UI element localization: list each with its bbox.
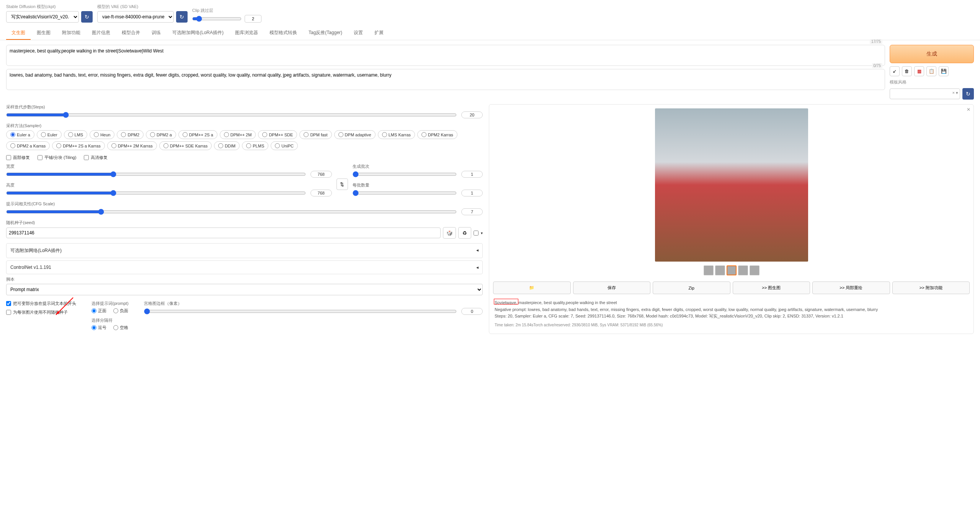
sampler-ddim[interactable] (218, 143, 223, 148)
style-select[interactable]: × ▾ (890, 88, 960, 99)
positive-prompt[interactable]: masterpiece, best quality,people walking… (7, 45, 885, 64)
tab-extras[interactable]: 附加功能 (57, 26, 86, 40)
pos-token-count: 17/75 (870, 39, 882, 44)
height-value[interactable]: 768 (310, 190, 332, 196)
seed-extra-check[interactable] (474, 231, 479, 236)
tab-browser[interactable]: 图库浏览器 (230, 26, 263, 40)
radio-space[interactable] (113, 325, 118, 330)
model-select[interactable]: 写实\realisticVisionV20_v20.safetensors [c… (6, 11, 79, 23)
tab-convert[interactable]: 模型格式转换 (264, 26, 302, 40)
steps-slider[interactable] (6, 112, 457, 118)
radio-positive[interactable] (91, 308, 96, 313)
thumb-4[interactable] (738, 265, 748, 275)
width-slider[interactable] (6, 171, 306, 177)
fill-icon[interactable]: ▦ (914, 66, 924, 76)
sampler-dpmpp2sak[interactable] (56, 143, 61, 148)
sampler-lmsk[interactable] (382, 132, 387, 137)
sampler-dpmpp2m[interactable] (224, 132, 229, 137)
sampler-dpm2[interactable] (121, 132, 126, 137)
batch-size-value[interactable]: 1 (461, 190, 483, 196)
style-label: 模板风格 (890, 79, 974, 85)
tab-lora[interactable]: 可选附加网络(LoRA插件) (167, 26, 229, 40)
tab-merge[interactable]: 模型合并 (116, 26, 145, 40)
matrix-check2[interactable] (6, 310, 11, 315)
radio-comma[interactable] (91, 325, 96, 330)
clip-value[interactable] (245, 15, 261, 23)
dice-icon[interactable]: 🎲 (443, 227, 456, 239)
generation-info: Sovietwave, masterpiece, best quality,pe… (493, 298, 970, 330)
sampler-dpm2a[interactable] (150, 132, 155, 137)
batch-count-slider[interactable] (353, 171, 457, 177)
select-sep-label: 选择分隔符 (91, 318, 129, 323)
sampler-dpmppsdek[interactable] (163, 143, 168, 148)
send-inpaint-button[interactable]: >> 局部重绘 (812, 282, 890, 294)
sampler-dpmppsde[interactable] (262, 132, 267, 137)
batch-count-value[interactable]: 1 (461, 171, 483, 178)
vae-label: 模型的 VAE (SD VAE) (97, 4, 188, 10)
sampler-dpm2k[interactable] (421, 132, 426, 137)
sampler-dpmpp2sa[interactable] (183, 132, 188, 137)
tab-pnginfo[interactable]: 图片信息 (87, 26, 116, 40)
cfg-slider[interactable] (6, 209, 457, 215)
sampler-dpmfast[interactable] (304, 132, 309, 137)
script-label: 脚本 (6, 277, 483, 282)
sampler-unipc[interactable] (275, 143, 280, 148)
sampler-euler-a[interactable] (10, 132, 15, 137)
batch-size-slider[interactable] (353, 190, 457, 196)
tab-train[interactable]: 训练 (146, 26, 166, 40)
tab-img2img[interactable]: 图生图 (31, 26, 56, 40)
height-slider[interactable] (6, 190, 306, 196)
width-label: 宽度 (6, 164, 332, 169)
generate-button[interactable]: 生成 (890, 45, 974, 63)
clipboard-icon[interactable]: 📋 (926, 66, 936, 76)
sampler-dpmadaptive[interactable] (338, 132, 343, 137)
tab-tagger[interactable]: Tag反推(Tagger) (303, 26, 348, 40)
sampler-dpmpp2mk[interactable] (111, 143, 116, 148)
face-restore-check[interactable] (6, 155, 11, 160)
width-value[interactable]: 768 (310, 171, 332, 178)
send-extras-button[interactable]: >> 附加功能 (892, 282, 970, 294)
zip-button[interactable]: Zip (653, 282, 730, 294)
tab-txt2img[interactable]: 文生图 (6, 26, 31, 40)
negative-prompt[interactable]: lowres, bad anatomy, bad hands, text, er… (7, 69, 885, 88)
swap-dims-icon[interactable]: ⇅ (336, 178, 348, 190)
refresh-vae-icon[interactable]: ↻ (176, 11, 188, 23)
tab-settings[interactable]: 设置 (348, 26, 368, 40)
close-icon[interactable]: ✕ (967, 107, 970, 112)
folder-button[interactable]: 📁 (493, 282, 571, 294)
clip-slider[interactable] (192, 16, 242, 22)
controlnet-accordion[interactable]: ControlNet v1.1.191◂ (6, 260, 483, 274)
sampler-lms[interactable] (68, 132, 73, 137)
radio-negative[interactable] (113, 308, 118, 313)
sampler-dpm2ak[interactable] (10, 143, 15, 148)
tiling-check[interactable] (38, 155, 42, 160)
sampler-plms[interactable] (246, 143, 251, 148)
thumb-3[interactable] (727, 265, 737, 275)
save-button[interactable]: 保存 (573, 282, 651, 294)
recycle-icon[interactable]: ♻ (458, 227, 471, 239)
thumb-2[interactable] (715, 265, 725, 275)
refresh-style-icon[interactable]: ↻ (962, 88, 974, 100)
cfg-value[interactable]: 7 (461, 208, 483, 215)
paint-icon[interactable]: ↙ (890, 66, 900, 76)
batch-size-label: 每批数量 (353, 182, 483, 188)
tab-extensions[interactable]: 扩展 (369, 26, 389, 40)
vae-select[interactable]: vae-ft-mse-840000-ema-pruned.safetensors (97, 11, 174, 23)
lora-accordion[interactable]: 可选附加网络(LoRA插件)◂ (6, 243, 483, 258)
output-image[interactable] (655, 108, 808, 262)
save-icon[interactable]: 💾 (939, 66, 949, 76)
margin-value[interactable]: 0 (461, 308, 483, 315)
sampler-heun[interactable] (94, 132, 99, 137)
script-select[interactable]: Prompt matrix (6, 284, 483, 295)
matrix-check1[interactable] (6, 301, 11, 306)
refresh-model-icon[interactable]: ↻ (81, 11, 93, 23)
send-img2img-button[interactable]: >> 图生图 (733, 282, 810, 294)
trash-icon[interactable]: 🗑 (902, 66, 912, 76)
hires-check[interactable] (84, 155, 89, 160)
seed-input[interactable] (6, 227, 441, 238)
thumb-5[interactable] (750, 265, 760, 275)
margin-slider[interactable] (144, 308, 457, 314)
sampler-euler[interactable] (41, 132, 46, 137)
steps-value[interactable]: 20 (461, 111, 483, 118)
thumb-1[interactable] (704, 265, 714, 275)
